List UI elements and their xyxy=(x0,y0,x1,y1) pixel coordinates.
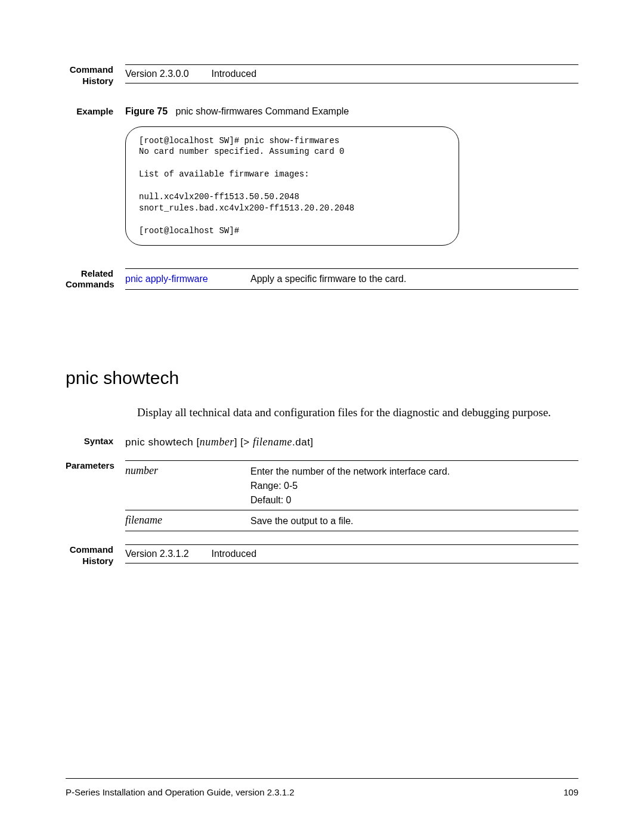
related-command-link[interactable]: pnic apply-firmware xyxy=(125,274,250,284)
syntax-arg-filename: filename xyxy=(253,436,292,448)
param-desc-line: Enter the number of the network interfac… xyxy=(250,465,450,479)
page-footer: P-Series Installation and Operation Guid… xyxy=(66,778,578,797)
related-commands-label: Related Commands xyxy=(66,268,125,291)
parameters-label: Parameters xyxy=(66,460,125,472)
param-desc: Save the output to a file. xyxy=(250,514,354,528)
history-version: Version 2.3.1.2 xyxy=(125,549,209,559)
figure-caption: Figure 75 pnic show-firmwares Command Ex… xyxy=(125,100,578,123)
param-desc-line: Default: 0 xyxy=(250,493,450,507)
related-commands-section: Related Commands pnic apply-firmware App… xyxy=(66,268,578,291)
param-row-filename: filename Save the output to a file. xyxy=(125,510,578,531)
command-history-1: Command History Version 2.3.0.0 Introduc… xyxy=(66,64,578,87)
param-name: filename xyxy=(125,514,250,528)
command-history-content: Version 2.3.0.0 Introduced xyxy=(125,64,578,83)
example-label: Example xyxy=(66,100,125,117)
history-status: Introduced xyxy=(211,549,256,559)
section-description: Display all technical data and configura… xyxy=(137,406,578,419)
figure-number: Figure 75 xyxy=(125,106,168,116)
syntax-mid: ] [> xyxy=(234,436,253,448)
command-history-label: Command History xyxy=(66,64,125,87)
param-desc-line: Range: 0-5 xyxy=(250,479,450,493)
history-version: Version 2.3.0.0 xyxy=(125,69,209,79)
param-name: number xyxy=(125,465,250,507)
page-number: 109 xyxy=(564,787,578,797)
footer-title: P-Series Installation and Operation Guid… xyxy=(66,787,295,797)
syntax-label: Syntax xyxy=(66,436,125,447)
section-heading: pnic showtech xyxy=(66,368,578,388)
command-history-label: Command History xyxy=(66,544,125,567)
syntax-command: pnic showtech xyxy=(125,436,193,448)
related-command-desc: Apply a specific firmware to the card. xyxy=(250,274,406,284)
terminal-output: [root@localhost SW]# pnic show-firmwares… xyxy=(125,126,459,246)
syntax-line: pnic showtech [number] [> filename.dat] xyxy=(125,436,314,448)
param-row-number: number Enter the number of the network i… xyxy=(125,461,578,510)
param-desc: Enter the number of the network interfac… xyxy=(250,465,450,507)
syntax-arg-number: number xyxy=(200,436,234,448)
parameters-section: Parameters number Enter the number of th… xyxy=(66,460,578,531)
syntax-section: Syntax pnic showtech [number] [> filenam… xyxy=(66,436,578,448)
syntax-suffix: .dat] xyxy=(292,436,314,448)
history-status: Introduced xyxy=(211,69,256,79)
figure-title: pnic show-firmwares Command Example xyxy=(175,106,349,116)
command-history-2: Command History Version 2.3.1.2 Introduc… xyxy=(66,544,578,567)
example-section: Example Figure 75 pnic show-firmwares Co… xyxy=(66,100,578,246)
